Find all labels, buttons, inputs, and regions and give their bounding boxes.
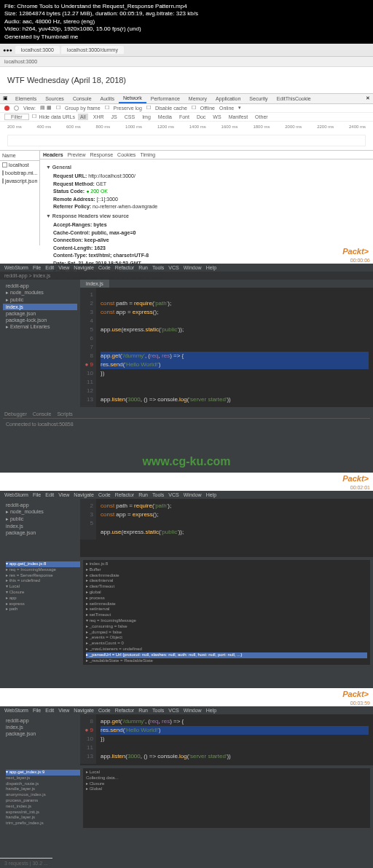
filter-all[interactable]: All (78, 114, 88, 120)
debug-frames[interactable]: ▾ app.get_index.js:9 next_layer.js dispa… (3, 768, 83, 828)
debug-tab[interactable]: Console (33, 411, 52, 417)
project-tree[interactable]: reddit-app ▸ node_modules ▸ public index… (0, 280, 80, 407)
request-row[interactable]: localhost (0, 161, 39, 169)
request-details: Headers Preview Response Cookies Timing … (40, 151, 373, 245)
debug-tree[interactable]: ▾ app.get(_index.js:8 ▸ req = IncomingMe… (3, 560, 83, 665)
record-icon[interactable] (4, 106, 9, 111)
close-icon[interactable]: ✕ (366, 95, 370, 101)
preserve-checkbox[interactable]: ☐ (105, 105, 109, 111)
code-editor[interactable]: 235 const path = require('path'); const … (80, 499, 373, 557)
debug-structure: ▾ app.get(_index.js:8 ▸ req = IncomingMe… (0, 557, 373, 688)
name-header[interactable]: Name (0, 151, 39, 161)
code-editor[interactable]: index.js 123 456 78● 9 10111213 const pa… (80, 280, 373, 407)
request-summary: 3 requests | 30.2 ... (0, 858, 52, 868)
filter-css[interactable]: CSS (122, 114, 137, 120)
tree-item[interactable]: ▸ node_modules (3, 289, 77, 296)
tab-audits[interactable]: Audits (96, 95, 119, 103)
tree-item[interactable]: reddit-app (3, 283, 77, 289)
hide-checkbox[interactable]: ☐ (32, 114, 36, 119)
debug-structure: ▾ app.get_index.js:9 next_layer.js dispa… (0, 765, 373, 868)
editor-tab[interactable]: index.js (80, 280, 109, 288)
filter-manifest[interactable]: Manifest (227, 114, 250, 120)
filter-other[interactable]: Other (253, 114, 270, 120)
filter-doc[interactable]: Doc (195, 114, 208, 120)
address-bar[interactable]: localhost:3000 (0, 57, 373, 67)
ide-window-2: WebStormFileEditViewNavigateCodeRefactor… (0, 491, 373, 688)
headers-tab[interactable]: Headers (43, 152, 63, 157)
browser-tab[interactable]: localhost:3000 (15, 46, 60, 54)
project-tree[interactable]: reddit-app ▸ node_modules ▸ public index… (0, 499, 80, 557)
file-gen: Generated by Thumbnail me (4, 33, 369, 41)
tab-editcookie[interactable]: EditThisCookie (272, 95, 315, 103)
tab-security[interactable]: Security (245, 95, 272, 103)
tab-elements[interactable]: Elements (11, 95, 41, 103)
file-name: File: Chrome Tools to Understand the Req… (4, 3, 369, 10)
project-tree[interactable]: reddit-app index.js package.json (0, 714, 80, 765)
tree-item[interactable]: package-lock.json (3, 317, 77, 323)
tree-item[interactable]: index.js (3, 304, 77, 310)
debug-variables[interactable]: ▸ index.js:8 ▸ Buffer ▸ clearImmediate ▸… (83, 560, 370, 665)
breakpoint-icon[interactable]: ● 9 (83, 360, 93, 369)
debug-console[interactable]: ▸ Local Collecting data... ▸ Closure ▸ G… (83, 768, 370, 828)
network-timeline[interactable]: 200 ms 400 ms 600 ms 800 ms 1000 ms 1200… (0, 122, 373, 151)
disable-checkbox[interactable]: ☐ (146, 105, 151, 111)
devtools-tabs: ▣ Elements Sources Console Audits Networ… (0, 94, 373, 104)
request-row[interactable]: javascript.json (0, 177, 39, 185)
tree-item[interactable]: package.json (3, 310, 77, 317)
filter-media[interactable]: Media (156, 114, 174, 120)
inspect-icon[interactable]: ▣ (3, 95, 8, 101)
browser-chrome: ●●● localhost:3000 localhost:3000/dummy (0, 44, 373, 57)
watermark: www.cg-ku.com (0, 451, 373, 473)
filter-img[interactable]: Img (140, 114, 153, 120)
tab-performance[interactable]: Performance (146, 95, 184, 103)
network-toolbar: View: ▤ ▦ ☐Group by frame ☐Preserve log … (0, 104, 373, 113)
tab-sources[interactable]: Sources (41, 95, 68, 103)
filter-ws[interactable]: WS (211, 114, 223, 120)
request-row[interactable]: bootstrap.mi... (0, 169, 39, 177)
clear-icon[interactable] (14, 106, 19, 111)
tab-network[interactable]: Network (119, 94, 146, 103)
debug-panel: Debugger Console Scripts Connected to lo… (0, 407, 373, 451)
debug-tab[interactable]: Scripts (57, 411, 72, 417)
tab-application[interactable]: Application (211, 95, 245, 103)
menu-icon: ●●● (3, 47, 12, 52)
filter-js[interactable]: JS (109, 114, 119, 120)
packt-brand: Packt> (0, 473, 373, 484)
file-audio: Audio: aac, 48000 Hz, stereo (eng) (4, 18, 369, 25)
filter-bar: Filter ☐Hide data URLs All XHR JS CSS Im… (0, 113, 373, 122)
response-tab[interactable]: Response (90, 152, 114, 157)
timestamp: 00:03:59 (0, 700, 373, 706)
packt-brand: Packt> (0, 688, 373, 700)
tab-console[interactable]: Console (68, 95, 96, 103)
group-checkbox[interactable]: ☐ (56, 105, 60, 111)
tree-item[interactable]: ▸ public (3, 296, 77, 304)
preview-tab[interactable]: Preview (68, 152, 86, 157)
filter-font[interactable]: Font (177, 114, 192, 120)
file-info-header: File: Chrome Tools to Understand the Req… (0, 0, 373, 44)
debug-tab[interactable]: Debugger (4, 411, 27, 417)
devtools-panel: ▣ Elements Sources Console Audits Networ… (0, 93, 373, 245)
offline-checkbox[interactable]: ☐ (192, 105, 196, 111)
tree-item[interactable]: ▸ External Libraries (3, 323, 77, 331)
file-video: Video: h264, yuv420p, 1920x1080, 15.00 f… (4, 25, 369, 33)
filter-input[interactable]: Filter (4, 114, 29, 120)
tab-memory[interactable]: Memory (184, 95, 211, 103)
browser-tab[interactable]: localhost:3000/dummy (61, 46, 124, 54)
ide-window-3: WebStormFileEditViewNavigateCodeRefactor… (0, 706, 373, 868)
timestamp: 00:02:01 (0, 484, 373, 491)
file-size: Size: 12864874 bytes (12.27 MiB), durati… (4, 10, 369, 17)
timing-tab[interactable]: Timing (140, 152, 155, 157)
code-editor[interactable]: 8● 9101113 app.get('/dummy', (req, res) … (80, 714, 373, 765)
ide-menubar: WebStormFileEditViewNavigateCodeRefactor… (0, 706, 373, 714)
ide-menubar: WebStormFileEditViewNavigateCodeRefactor… (0, 491, 373, 499)
line-gutter: 123 456 78● 9 10111213 (80, 288, 96, 407)
address-text: localhost:3000 (4, 59, 37, 64)
ide-window: WebStorm File Edit View Navigate Code Re… (0, 264, 373, 451)
network-panel: Name localhost bootstrap.mi... javascrip… (0, 151, 373, 245)
cookies-tab[interactable]: Cookies (117, 152, 136, 157)
filter-xhr[interactable]: XHR (91, 114, 106, 120)
debug-message: Connected to localhost:50858 (3, 419, 370, 430)
view-label: View: (23, 106, 36, 111)
request-list: Name localhost bootstrap.mi... javascrip… (0, 151, 40, 245)
code-content[interactable]: const path = require('path'); const app … (96, 288, 373, 407)
